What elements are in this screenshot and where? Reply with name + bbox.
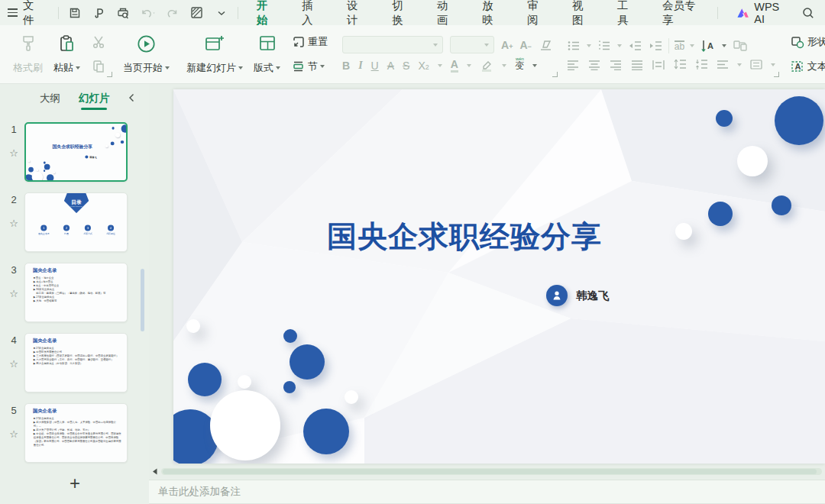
strikethrough-button[interactable]: S [403, 60, 409, 71]
copy-button[interactable] [89, 57, 108, 76]
character-spacing-button[interactable]: ab [675, 40, 684, 51]
format-painter-button[interactable]: 格式刷 [11, 32, 45, 76]
wps-ai-button[interactable]: WPS AI [736, 1, 791, 25]
slide-star-icon[interactable]: ☆ [5, 358, 23, 370]
slide-thumbnail-1[interactable]: 国央企求职经验分享韩逸飞 [24, 122, 128, 182]
bullet-list-icon[interactable] [566, 40, 581, 52]
increase-indent-icon[interactable] [648, 40, 663, 52]
reset-section-stack: 重置 节 [289, 33, 330, 76]
align-right-icon[interactable] [609, 60, 623, 70]
redo-icon[interactable] [163, 4, 183, 22]
slide-thumbnail-5[interactable]: 国央企名录■ 27家金融类央企▶ 四大保险集团（中国人保、中国人寿、太平保险、中… [24, 403, 128, 463]
file-menu[interactable]: 文件 [23, 0, 44, 27]
slide-thumbnail-4[interactable]: 国央企名录■ 27家金融类央企▶ 中国投资有限责任公司▶ 三大政策性银行（国家开… [24, 333, 128, 393]
align-left-icon[interactable] [566, 60, 580, 70]
cut-button[interactable] [89, 33, 108, 51]
panel-scrollbar[interactable] [141, 269, 144, 331]
textbox-icon: A [790, 60, 805, 73]
bold-button[interactable]: B [342, 60, 350, 71]
slide-canvas[interactable]: 国央企求职经验分享 韩逸飞 [173, 89, 825, 464]
font-size-combobox[interactable] [450, 36, 494, 53]
clipboard-dialog-launcher[interactable] [107, 72, 112, 77]
paste-button[interactable]: 粘贴 [51, 32, 82, 76]
reset-label: 重置 [308, 35, 328, 49]
section-label: 节 [308, 60, 318, 73]
decrease-indent-icon[interactable] [627, 40, 642, 52]
shapes-icon [790, 35, 805, 49]
play-icon [136, 34, 157, 54]
collapse-panel-icon[interactable] [128, 93, 135, 105]
decor-circle [283, 329, 297, 343]
slide-thumbnail-3[interactable]: 国央企名录■ 国企：地方企业▶ 央企+地方国企■ 央企：中央管理企业▶ 96家实… [24, 263, 128, 322]
font-dialog-launcher[interactable] [552, 72, 558, 77]
align-text-vertical-icon[interactable] [749, 59, 763, 70]
slide-star-icon[interactable]: ☆ [5, 218, 23, 229]
scroll-left-arrow-icon[interactable] [149, 468, 161, 475]
font-color-button[interactable]: A [451, 59, 458, 73]
underline-button[interactable]: U [371, 60, 379, 71]
start-from-current-page-button[interactable]: 当页开始 [121, 32, 172, 76]
print-preview-icon[interactable] [114, 4, 134, 22]
section-button[interactable]: 节 [289, 57, 330, 76]
section-icon [291, 60, 306, 73]
export-pdf-icon[interactable] [89, 4, 109, 22]
pattern-fill-icon[interactable] [187, 4, 207, 22]
align-center-icon[interactable] [587, 60, 601, 70]
slide-star-icon[interactable]: ☆ [5, 147, 23, 159]
decrease-font-size-button[interactable]: A− [519, 40, 531, 50]
clear-format-icon[interactable] [539, 39, 554, 51]
slide-number: 5 [5, 405, 23, 416]
paste-label: 粘贴 [53, 61, 80, 75]
divider [717, 7, 718, 19]
convert-to-smartart-icon[interactable] [732, 39, 749, 53]
textbox-button[interactable]: A 文本框 [788, 57, 825, 76]
slide-star-icon[interactable]: ☆ [5, 288, 23, 299]
slides-group: 新建幻灯片 版式 重置 [178, 30, 336, 79]
hamburger-menu-icon[interactable] [8, 8, 18, 17]
search-icon[interactable] [798, 4, 817, 22]
slide-title[interactable]: 国央企求职经验分享 [265, 216, 664, 257]
new-slide-button[interactable]: 新建幻灯片 [184, 32, 245, 76]
text-direction-icon[interactable]: A [700, 39, 717, 53]
decor-circle [210, 390, 280, 460]
horizontal-scrollbar-thumb[interactable] [163, 469, 817, 474]
justify-icon[interactable] [630, 60, 644, 70]
highlight-color-icon[interactable] [480, 60, 493, 72]
paragraph-dialog-launcher[interactable] [774, 72, 779, 77]
layout-button[interactable]: 版式 [251, 32, 283, 76]
slide-author[interactable]: 韩逸飞 [546, 285, 610, 306]
ribbon-toolbar: 格式刷 粘贴 [0, 25, 825, 84]
thumbnail-content: 国央企名录■ 国企：地方企业▶ 央企+地方国企■ 央企：中央管理企业▶ 96家实… [25, 263, 128, 322]
slide-thumbnail-2[interactable]: 目录CONTENTS1国央企名录2待遇3求职方式4求职渠道 [24, 192, 128, 252]
undo-icon[interactable] [138, 4, 158, 22]
author-name: 韩逸飞 [576, 289, 610, 303]
notes-input[interactable]: 单击此处添加备注 [149, 480, 825, 504]
line-spacing-icon[interactable] [716, 60, 730, 70]
font-name-combobox[interactable] [342, 36, 443, 53]
decrease-line-spacing-icon[interactable] [694, 59, 708, 70]
phonetic-guide-button[interactable]: wén变 [515, 61, 524, 70]
quick-access-dropdown-icon[interactable] [212, 4, 231, 22]
horizontal-scrollbar-track[interactable] [161, 468, 822, 475]
increase-font-size-button[interactable]: A+ [501, 40, 513, 50]
slide-row-5: 5☆国央企名录■ 27家金融类央企▶ 四大保险集团（中国人保、中国人寿、太平保险… [0, 403, 149, 463]
decor-circle [188, 363, 222, 396]
save-icon[interactable] [65, 4, 85, 22]
increase-line-spacing-icon[interactable] [673, 59, 687, 70]
layout-icon [257, 34, 277, 53]
superscript-button[interactable]: X2 [418, 60, 429, 71]
thumbnail-content: 国央企名录■ 27家金融类央企▶ 四大保险集团（中国人保、中国人寿、太平保险、中… [25, 404, 128, 463]
start-from-current-page-label: 当页开始 [123, 61, 170, 75]
tab-outline[interactable]: 大纲 [40, 92, 60, 109]
decor-circle [238, 375, 251, 389]
reset-button[interactable]: 重置 [289, 33, 330, 51]
slide-star-icon[interactable]: ☆ [5, 428, 23, 440]
character-border-button[interactable]: A [387, 60, 394, 71]
thumbnail-content: 国央企求职经验分享韩逸飞 [26, 124, 128, 182]
italic-button[interactable]: I [358, 60, 362, 71]
add-slide-button[interactable]: + [63, 472, 86, 495]
numbered-list-icon[interactable] [597, 40, 612, 52]
distribute-text-icon[interactable] [652, 60, 665, 70]
shapes-button[interactable]: 形状 [788, 33, 825, 51]
tab-slides[interactable]: 幻灯片 [79, 92, 110, 109]
